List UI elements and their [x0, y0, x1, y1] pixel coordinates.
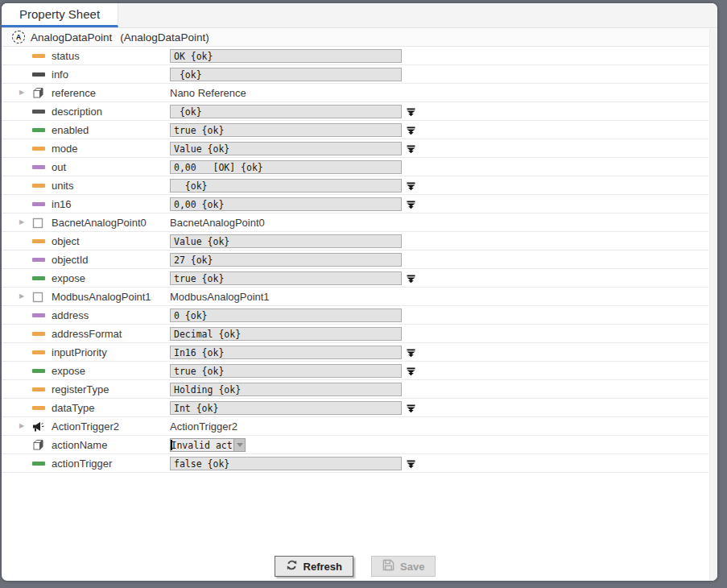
property-row-registerType: registerType Holding {ok} [2, 380, 708, 399]
property-row-address: address 0 {ok} [2, 306, 708, 325]
slot-dash-icon [32, 362, 47, 380]
expand-arrow-icon[interactable]: ▶ [18, 422, 26, 430]
property-label: info [52, 65, 68, 84]
property-row-ModbusAnalogPoint1: ▶ ModbusAnalogPoint1 ModbusAnalogPoint1 [2, 288, 708, 306]
property-label: mode [52, 139, 78, 158]
action-speaker-icon [32, 421, 45, 433]
dropdown-chevrons-icon[interactable] [406, 366, 416, 376]
value-text: ActionTrigger2 [170, 420, 238, 433]
value-field[interactable]: In16 {ok} [170, 346, 402, 359]
property-value: ActionTrigger2 [170, 417, 238, 436]
scrollbar-gutter[interactable] [709, 29, 717, 581]
combobox-dropdown-button[interactable] [233, 438, 246, 452]
property-row-object: object Value {ok} [2, 232, 708, 251]
property-row-actionName: actionName Invalid act [2, 436, 708, 454]
property-row-units: units {ok} [2, 176, 708, 195]
value-field[interactable]: Holding {ok} [170, 383, 402, 396]
property-value: BacnetAnalogPoint0 [170, 213, 265, 232]
property-value: OK {ok} [170, 47, 402, 65]
property-value: true {ok} [170, 121, 402, 139]
dropdown-chevrons-icon[interactable] [406, 106, 416, 117]
value-text: ModbusAnalogPoint1 [170, 291, 270, 303]
property-value: 0 {ok} [170, 306, 402, 325]
slot-cube-icon [32, 84, 47, 102]
expand-arrow-icon[interactable]: ▶ [18, 292, 26, 300]
slot-dash-icon [32, 343, 47, 362]
value-field[interactable]: true {ok} [170, 364, 402, 378]
expand-arrow-icon[interactable]: ▶ [18, 89, 26, 97]
slot-dash-icon [32, 251, 47, 269]
desktop: { "tab": { "label": "Property Sheet", "a… [0, 0, 727, 588]
property-dash-icon [32, 239, 45, 243]
expand-arrow-icon[interactable]: ▶ [18, 218, 26, 226]
dropdown-chevrons-icon[interactable] [406, 458, 416, 469]
tab-label: Property Sheet [19, 7, 100, 21]
value-field[interactable]: 0,00 [OK] {ok} [170, 160, 402, 174]
property-label: status [52, 47, 80, 65]
property-value: 27 {ok} [170, 251, 402, 269]
value-field[interactable]: 27 {ok} [170, 253, 402, 267]
dropdown-chevrons-icon[interactable] [406, 273, 416, 284]
property-label: out [52, 158, 66, 176]
refresh-icon [286, 559, 298, 574]
property-value: Holding {ok} [170, 380, 402, 399]
refresh-button-label: Refresh [304, 561, 342, 573]
dropdown-chevrons-icon[interactable] [406, 125, 416, 135]
property-dash-icon [32, 258, 45, 262]
slot-square-icon [32, 288, 47, 306]
property-label: object [52, 232, 80, 251]
value-field[interactable]: true {ok} [170, 271, 402, 285]
property-dash-icon [32, 54, 45, 58]
tab-bar: Property Sheet [2, 3, 717, 28]
property-label: ModbusAnalogPoint1 [52, 288, 151, 306]
root-component-row[interactable]: A AnalogDataPoint (AnalogDataPoint) [2, 28, 717, 47]
root-type: (AnalogDataPoint) [120, 31, 209, 43]
dropdown-chevrons-icon[interactable] [406, 143, 416, 154]
property-label: units [52, 176, 73, 195]
property-row-info: info {ok} [2, 65, 708, 84]
value-field[interactable]: Value {ok} [170, 234, 402, 248]
property-row-expose: expose true {ok} [2, 362, 708, 380]
value-field[interactable]: Decimal {ok} [170, 327, 402, 341]
dropdown-chevrons-icon[interactable] [406, 347, 416, 358]
property-dash-icon [32, 462, 45, 466]
value-field[interactable]: 0,00 {ok} [170, 197, 402, 211]
property-value: 0,00 {ok} [170, 195, 402, 213]
value-field[interactable]: {ok} [170, 179, 402, 193]
component-square-icon [32, 217, 43, 229]
tab-property-sheet[interactable]: Property Sheet [2, 3, 118, 27]
value-field[interactable]: 0 {ok} [170, 308, 402, 322]
value-field[interactable]: {ok} [170, 68, 402, 81]
dropdown-chevrons-icon[interactable] [406, 199, 416, 209]
property-dash-icon [32, 332, 45, 336]
property-sheet-window: Property Sheet A AnalogDataPoint (Analog… [2, 3, 717, 581]
property-dash-icon [32, 147, 45, 151]
value-field[interactable]: Value {ok} [170, 142, 402, 155]
property-label: objectId [52, 251, 89, 269]
property-value: In16 {ok} [170, 343, 402, 362]
value-field[interactable]: {ok} [170, 105, 402, 118]
value-field[interactable]: OK {ok} [170, 49, 402, 63]
property-row-in16: in16 0,00 {ok} [2, 195, 708, 213]
value-field[interactable]: true {ok} [170, 123, 402, 137]
dropdown-chevrons-icon[interactable] [406, 403, 416, 413]
root-name: AnalogDataPoint [31, 31, 112, 43]
slot-dash-icon [32, 47, 47, 65]
value-field[interactable]: Int {ok} [170, 401, 402, 415]
property-dash-icon [32, 165, 45, 169]
slot-dash-icon [32, 325, 47, 343]
property-value: false {ok} [170, 454, 402, 473]
property-value: {ok} [170, 65, 402, 84]
value-field[interactable]: false {ok} [170, 457, 402, 470]
refresh-button[interactable]: Refresh [275, 556, 353, 577]
text-cursor [171, 440, 172, 450]
property-label: enabled [52, 121, 89, 139]
property-label: addressFormat [52, 325, 122, 343]
property-row-ActionTrigger2: ▶ ActionTrigger2 ActionTrigger2 [2, 417, 708, 436]
dropdown-triangle-icon [237, 443, 243, 447]
dropdown-chevrons-icon[interactable] [406, 180, 416, 191]
save-button[interactable]: Save [371, 556, 436, 577]
property-value: Value {ok} [170, 139, 402, 158]
property-row-enabled: enabled true {ok} [2, 121, 708, 139]
action-name-combobox[interactable]: Invalid act [170, 438, 233, 452]
